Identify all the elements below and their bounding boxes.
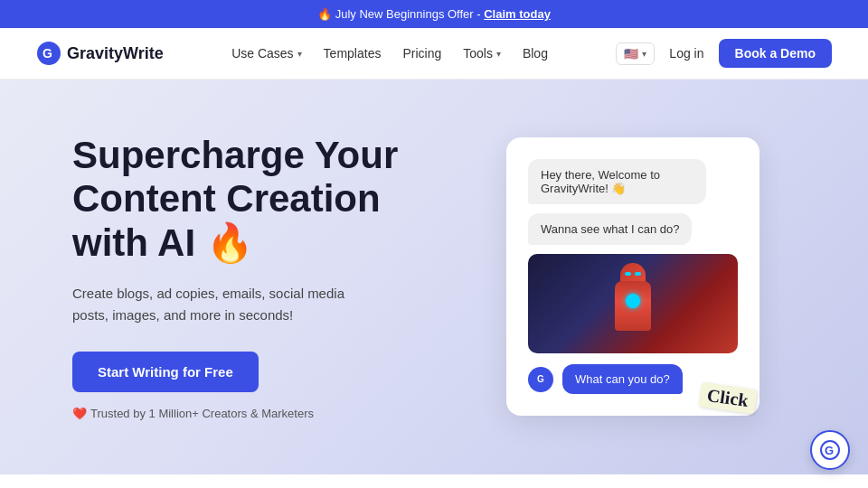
nav-right: 🇺🇸 ▾ Log in Book a Demo [616,39,832,68]
chat-bubble-welcome: Hey there, Welcome to GravityWrite! 👋 [528,159,706,204]
hero-title: Supercharge Your Content Creation with A… [72,134,452,265]
click-label: Click [699,382,758,414]
logo[interactable]: G GravityWrite [36,41,164,66]
logo-icon: G [36,41,61,66]
floating-logo-button[interactable]: G [810,430,850,470]
login-button[interactable]: Log in [669,46,703,61]
flag-icon: 🇺🇸 [624,47,638,61]
hero-left: Supercharge Your Content Creation with A… [72,134,452,420]
iron-man-image [601,263,665,344]
nav-use-cases[interactable]: Use Cases ▾ [231,46,301,61]
nav-tools[interactable]: Tools ▾ [463,46,501,61]
banner-icon: 🔥 [317,7,332,21]
chevron-down-icon: ▾ [496,49,501,59]
hero-section: Supercharge Your Content Creation with A… [0,80,868,474]
banner-link[interactable]: Claim today [484,7,551,21]
book-demo-button[interactable]: Book a Demo [719,39,832,68]
trust-badge: ❤️ Trusted by 1 Million+ Creators & Mark… [72,407,452,420]
gravitywrite-mini-logo: G [528,367,553,392]
navbar: G GravityWrite Use Cases ▾ Templates Pri… [0,28,868,80]
logo-text: GravityWrite [67,44,164,63]
nav-pricing[interactable]: Pricing [402,46,441,61]
trust-icon: ❤️ [72,407,87,420]
ironman-eye-right [635,272,641,276]
nav-templates[interactable]: Templates [324,46,382,61]
chat-bubble-teaser: Wanna see what I can do? [528,213,692,245]
ironman-chest-light [626,294,640,308]
chevron-down-icon: ▾ [642,49,646,59]
chat-card: Hey there, Welcome to GravityWrite! 👋 Wa… [506,137,760,416]
hero-subtitle: Create blogs, ad copies, emails, social … [72,283,380,326]
top-banner: 🔥 July New Beginnings Offer - Claim toda… [0,0,868,28]
nav-links: Use Cases ▾ Templates Pricing Tools ▾ Bl… [231,46,548,61]
floating-g-icon: G [820,440,840,460]
ai-generated-image [528,254,738,353]
svg-text:G: G [42,46,52,61]
chevron-down-icon: ▾ [297,49,302,59]
svg-text:G: G [825,444,834,457]
nav-blog[interactable]: Blog [523,46,548,61]
ironman-body [615,281,651,331]
ironman-eye-left [625,272,631,276]
chat-action-row: G What can you do? Click [528,364,738,394]
start-writing-button[interactable]: Start Writing for Free [72,352,259,392]
user-chat-bubble[interactable]: What can you do? [562,364,683,394]
below-fold-section: PROBLEM Are you Spending [0,474,868,488]
trust-label: Trusted by 1 Million+ Creators & Markete… [90,407,314,420]
gw-letter: G [537,374,544,384]
banner-text: July New Beginnings Offer - [335,7,485,21]
language-selector[interactable]: 🇺🇸 ▾ [616,42,655,65]
hero-right: Hey there, Welcome to GravityWrite! 👋 Wa… [506,137,760,416]
